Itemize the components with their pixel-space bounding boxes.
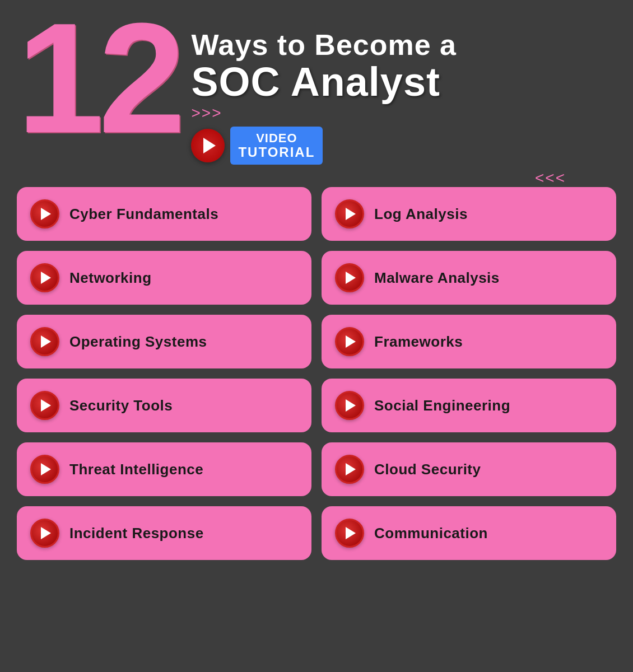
video-tutorial[interactable]: VIDEO TUTORIAL [191, 127, 457, 165]
card-label-frameworks: Frameworks [374, 333, 463, 351]
card-cloud-security[interactable]: Cloud Security [322, 442, 616, 496]
subtitle: Ways to Become a [191, 28, 457, 62]
card-threat-intelligence[interactable]: Threat Intelligence [17, 442, 311, 496]
play-icon-cyber-fundamentals [30, 199, 59, 228]
card-label-log-analysis: Log Analysis [374, 206, 468, 223]
play-icon-communication [335, 519, 364, 548]
card-log-analysis[interactable]: Log Analysis [322, 187, 616, 241]
card-security-tools[interactable]: Security Tools [17, 379, 311, 432]
arrows-right-icon: >>> [191, 104, 457, 122]
card-incident-response[interactable]: Incident Response [17, 506, 311, 560]
card-social-engineering[interactable]: Social Engineering [322, 379, 616, 432]
big-number: 12 [17, 11, 180, 144]
card-communication[interactable]: Communication [322, 506, 616, 560]
main-title: SOC Analyst [191, 62, 457, 102]
card-label-networking: Networking [69, 269, 152, 287]
card-label-cyber-fundamentals: Cyber Fundamentals [69, 206, 218, 223]
card-networking[interactable]: Networking [17, 251, 311, 305]
card-frameworks[interactable]: Frameworks [322, 315, 616, 368]
play-icon-cloud-security [335, 455, 364, 484]
tutorial-text: TUTORIAL [238, 144, 315, 160]
play-icon-operating-systems [30, 327, 59, 356]
card-operating-systems[interactable]: Operating Systems [17, 315, 311, 368]
video-text: VIDEO [256, 131, 297, 146]
card-malware-analysis[interactable]: Malware Analysis [322, 251, 616, 305]
play-icon-social-engineering [335, 391, 364, 420]
header-section: 12 Ways to Become a SOC Analyst >>> VIDE… [0, 0, 633, 170]
cards-grid: Cyber FundamentalsLog AnalysisNetworking… [0, 181, 633, 571]
play-icon-networking [30, 263, 59, 292]
video-play-button[interactable] [191, 129, 225, 162]
video-label-badge: VIDEO TUTORIAL [230, 127, 323, 165]
card-cyber-fundamentals[interactable]: Cyber Fundamentals [17, 187, 311, 241]
play-icon-security-tools [30, 391, 59, 420]
card-label-operating-systems: Operating Systems [69, 333, 207, 351]
play-icon-incident-response [30, 519, 59, 548]
header-text: Ways to Become a SOC Analyst >>> VIDEO T… [191, 28, 457, 165]
card-label-malware-analysis: Malware Analysis [374, 269, 500, 287]
card-label-cloud-security: Cloud Security [374, 461, 481, 478]
play-icon-frameworks [335, 327, 364, 356]
play-icon-malware-analysis [335, 263, 364, 292]
play-icon-threat-intelligence [30, 455, 59, 484]
card-label-social-engineering: Social Engineering [374, 397, 510, 414]
card-label-security-tools: Security Tools [69, 397, 173, 414]
arrows-left-icon: <<< [535, 169, 566, 187]
page: 12 Ways to Become a SOC Analyst >>> VIDE… [0, 0, 633, 672]
card-label-incident-response: Incident Response [69, 525, 204, 542]
card-label-communication: Communication [374, 525, 488, 542]
card-label-threat-intelligence: Threat Intelligence [69, 461, 203, 478]
play-icon-log-analysis [335, 199, 364, 228]
